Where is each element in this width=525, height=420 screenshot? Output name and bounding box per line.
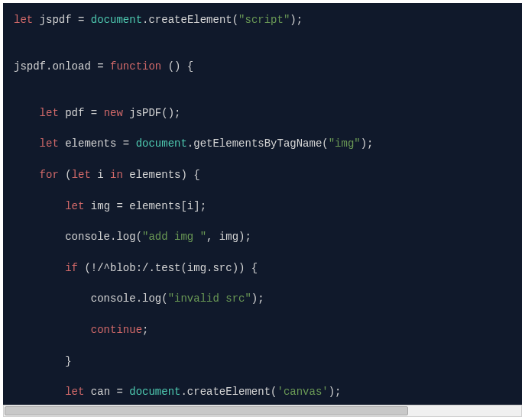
paren: ( (322, 137, 328, 150)
scrollbar-thumb[interactable] (5, 406, 408, 415)
editor-frame: let jspdf = document.createElement("scri… (0, 0, 525, 420)
code: jsPDF(); (123, 107, 181, 119)
keyword-let: let (14, 107, 59, 119)
keyword-for: for (14, 169, 59, 181)
code: ); (251, 292, 264, 305)
keyword-let: let (14, 14, 33, 26)
document-ref: document (136, 137, 187, 150)
string: 'canvas' (277, 386, 328, 398)
horizontal-scrollbar[interactable] (3, 405, 522, 417)
keyword-if: if (14, 262, 78, 274)
keyword-in: in (110, 169, 123, 181)
op: = (78, 14, 91, 26)
code: console.log( (14, 231, 142, 243)
code: () { (161, 60, 193, 73)
paren: ); (361, 137, 374, 150)
document-ref: document (91, 14, 142, 26)
var: jspdf (33, 14, 78, 26)
code: } (14, 355, 72, 367)
keyword-let: let (14, 386, 84, 398)
dot: . (180, 386, 186, 398)
code: elements = (59, 137, 136, 150)
string: "invalid src" (168, 292, 251, 305)
method: createElement (148, 14, 232, 26)
code: , img); (206, 231, 251, 243)
keyword-let: let (14, 200, 84, 212)
paren: ); (329, 386, 342, 398)
string: "img" (329, 137, 361, 150)
keyword-new: new (104, 107, 123, 119)
code: (!/^blob:/.test(img.src)) { (78, 262, 258, 274)
keyword-continue: continue (14, 324, 142, 336)
string: "script" (238, 14, 290, 26)
code-area[interactable]: let jspdf = document.createElement("scri… (3, 3, 522, 405)
method: createElement (187, 386, 271, 398)
dot: . (187, 137, 193, 150)
paren: ); (290, 14, 303, 26)
method: getElementsByTagName (193, 137, 322, 150)
code: ; (142, 324, 148, 336)
code: img = elements[i]; (84, 200, 206, 212)
code: ( (59, 169, 72, 181)
keyword-let: let (14, 137, 59, 150)
document-ref: document (129, 386, 180, 398)
code: pdf = (59, 107, 104, 119)
paren: ( (232, 14, 238, 26)
code: can = (84, 386, 129, 398)
code: i (91, 169, 110, 181)
string: "add img " (142, 231, 206, 243)
code: jspdf.onload = (14, 60, 110, 73)
code: elements) { (123, 169, 200, 181)
keyword-let: let (72, 169, 91, 181)
keyword-function: function (110, 60, 161, 73)
code: console.log( (14, 292, 168, 305)
